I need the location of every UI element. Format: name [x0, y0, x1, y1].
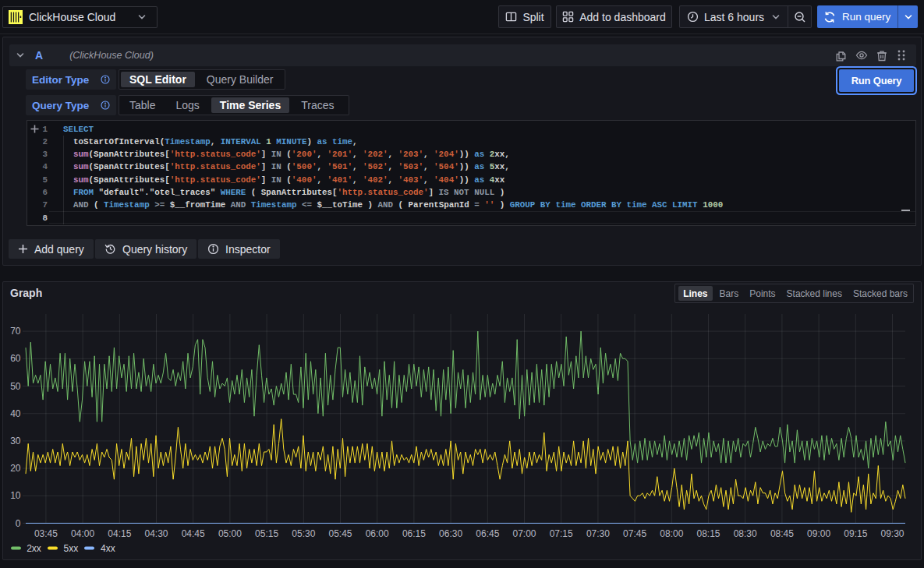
svg-text:04:15: 04:15	[108, 528, 131, 539]
svg-text:60: 60	[10, 353, 21, 364]
svg-text:08:45: 08:45	[770, 528, 794, 539]
svg-text:06:45: 06:45	[476, 528, 499, 539]
svg-text:20: 20	[10, 463, 21, 474]
svg-text:07:45: 07:45	[623, 528, 646, 539]
svg-text:09:15: 09:15	[844, 528, 867, 539]
svg-text:05:15: 05:15	[255, 528, 278, 539]
svg-text:06:15: 06:15	[402, 528, 426, 539]
svg-text:2xx: 2xx	[27, 543, 41, 554]
svg-text:07:15: 07:15	[550, 528, 573, 539]
svg-text:05:45: 05:45	[328, 528, 352, 539]
svg-text:50: 50	[10, 381, 21, 392]
svg-text:05:30: 05:30	[292, 528, 315, 539]
svg-text:04:00: 04:00	[71, 528, 94, 539]
svg-text:70: 70	[10, 326, 21, 337]
svg-text:08:30: 08:30	[734, 528, 757, 539]
svg-text:04:45: 04:45	[182, 528, 205, 539]
svg-text:09:30: 09:30	[880, 528, 904, 539]
svg-text:0: 0	[16, 518, 21, 529]
svg-text:06:00: 06:00	[366, 528, 389, 539]
svg-text:06:30: 06:30	[439, 528, 462, 539]
svg-text:5xx: 5xx	[64, 543, 79, 554]
svg-text:07:30: 07:30	[586, 528, 610, 539]
svg-text:10: 10	[10, 490, 21, 501]
svg-text:40: 40	[10, 408, 21, 419]
svg-text:04:30: 04:30	[144, 528, 168, 539]
svg-text:07:00: 07:00	[512, 528, 536, 539]
svg-text:09:00: 09:00	[807, 528, 830, 539]
svg-text:08:00: 08:00	[660, 528, 683, 539]
svg-text:05:00: 05:00	[218, 528, 242, 539]
svg-text:30: 30	[10, 436, 21, 446]
svg-text:08:15: 08:15	[696, 528, 720, 539]
svg-text:03:45: 03:45	[34, 528, 58, 539]
svg-text:4xx: 4xx	[101, 543, 115, 554]
